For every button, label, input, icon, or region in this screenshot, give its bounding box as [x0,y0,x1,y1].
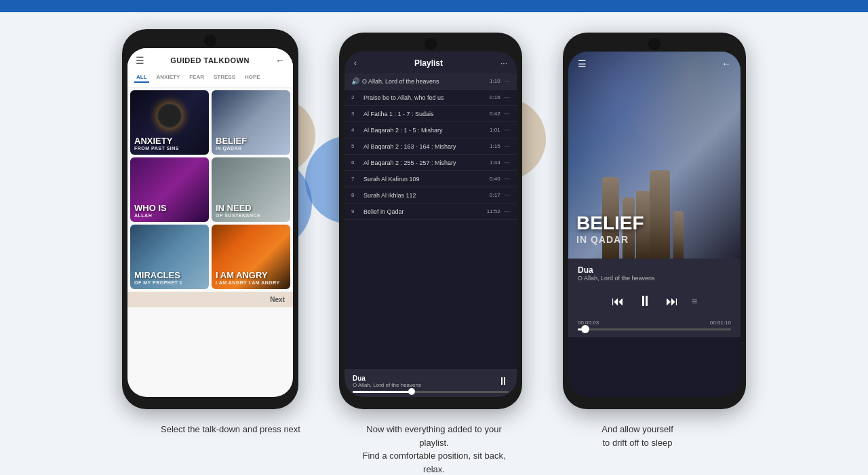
phone-notch [204,35,216,47]
track-2-duration: 0:16 [490,94,500,100]
progress-fill-mid [353,391,412,393]
card-anxiety-title: ANXIETY [134,136,205,145]
card-belief-label: BELIEF IN QADAR [216,136,286,151]
track-7-title: Surah Al Kafirun 109 [363,176,490,183]
track-5-more[interactable]: ··· [505,142,510,150]
phones-row: ☰ GUIDED TALKDOWN ← ALL ANXIETY FEAR STR… [122,29,746,409]
pause-button-right[interactable]: ⏸ [637,292,652,310]
back-icon[interactable]: ← [275,55,285,66]
track-5[interactable]: 5 Al Baqarah 2 : 163 - 164 : Mishary 1:1… [344,138,517,155]
menu-icon[interactable]: ☰ [136,55,144,66]
card-inneed-title: IN NEED [216,204,286,212]
track-4-more[interactable]: ··· [505,126,510,134]
phone-notch-mid [425,38,437,50]
next-button-label: Next [270,296,285,303]
track-1-duration: 1:10 [490,78,500,84]
track-info-right: Dua O Allah, Lord of the heavens [568,259,741,286]
track-9[interactable]: 9 Belief in Qadar 11:52 ··· [344,204,517,220]
phone-right: ☰ ← BELIEF IN QADAR Dua O Allah [563,33,746,409]
card-who-title: WHO IS [134,204,205,212]
captions-row: Select the talk-down and press next Now … [0,423,868,475]
card-belief[interactable]: BELIEF IN QADAR [212,90,290,155]
time-end: 00:01:10 [710,320,731,326]
card-miracles[interactable]: MIRACLES OF MY PROPHET 1 [130,225,209,289]
card-anxiety-label: ANXIETY FROM PAST SINS [134,136,205,151]
now-playing-bar: Dua O Allah, Lord of the heavens ⏸ [344,369,517,397]
card-inneed-sub: OF SUSTENANCE [216,213,286,218]
player-controls: ⏮ ⏸ ⏭ ≡ [568,286,741,317]
card-who[interactable]: WHO IS ALLAH [130,157,209,222]
more-icon[interactable]: ··· [500,58,507,68]
pause-button-mid[interactable]: ⏸ [498,375,509,387]
track-8-title: Surah Al Ikhlas 112 [363,192,490,199]
album-title-sub: IN QADAR [576,234,732,245]
track-6[interactable]: 6 Al Baqarah 2 : 255 - 257 : Mishary 1:4… [344,155,517,171]
track-2-num: 2 [351,94,363,100]
track-8-more[interactable]: ··· [505,191,510,199]
filter-anxiety[interactable]: ANXIETY [155,73,182,83]
track-7-more[interactable]: ··· [505,175,510,183]
track-2[interactable]: 2 Praise be to Allah, who fed us 0:16 ··… [344,90,517,106]
track-2-title: Praise be to Allah, who fed us [363,94,490,101]
track-4-duration: 1:01 [490,127,500,133]
track-9-duration: 11:52 [487,208,500,214]
track-6-more[interactable]: ··· [505,159,510,166]
progress-thumb-mid [408,388,415,395]
filter-hope[interactable]: HOPE [243,73,262,83]
app-title: GUIDED TALKDOWN [170,56,250,64]
progress-section-right: 00:00:03 00:01:10 [568,317,741,337]
track-4[interactable]: 4 Al Baqarah 2 : 1 - 5 : Mishary 1:01 ··… [344,122,517,138]
menu-icon-right[interactable]: ☰ [578,58,587,69]
list-button[interactable]: ≡ [692,296,697,307]
track-5-num: 5 [351,143,363,149]
filter-fear[interactable]: FEAR [187,73,206,83]
album-art: BELIEF IN QADAR [568,52,741,259]
card-inneed-label: IN NEED OF SUSTENANCE [216,204,286,218]
card-angry-label: I AM ANGRY I AM ANGRY I AM ANGRY [216,271,286,285]
track-1[interactable]: 🔊 O Allah, Lord of the heavens 1:10 ··· [344,73,517,90]
speaker-icon: 🔊 [351,77,359,85]
card-angry-title: I AM ANGRY [216,271,286,280]
playlist-header: ‹ Playlist ··· [344,52,517,73]
back-icon-mid[interactable]: ‹ [354,58,357,68]
caption-right-text: And allow yourselfto drift off to sleep [601,424,673,448]
now-playing-sub: O Allah, Lord of the heavens [353,382,421,388]
next-button[interactable]: ⏭ [666,294,678,309]
caption-mid: Now with everything added to your playli… [353,423,515,475]
track-8[interactable]: 8 Surah Al Ikhlas 112 0:17 ··· [344,187,517,204]
track-7-duration: 0:40 [490,176,500,182]
track-3-more[interactable]: ··· [505,110,510,117]
progress-bar-mid[interactable] [353,391,509,393]
track-1-more[interactable]: ··· [505,77,510,85]
track-3[interactable]: 3 Al Fatiha 1 : 1 - 7 : Sudais 0:42 ··· [344,106,517,122]
screen-mid: ‹ Playlist ··· 🔊 O Allah, Lord of the he… [344,52,517,397]
main-content: ☰ GUIDED TALKDOWN ← ALL ANXIETY FEAR STR… [0,12,868,475]
filter-all[interactable]: ALL [134,73,149,83]
track-8-duration: 0:17 [490,192,500,198]
card-angry-sub: I AM ANGRY I AM ANGRY [216,280,286,285]
track-9-num: 9 [351,208,363,214]
now-playing-title: Dua [353,375,421,382]
card-angry[interactable]: I AM ANGRY I AM ANGRY I AM ANGRY [212,225,290,289]
card-anxiety[interactable]: ANXIETY FROM PAST SINS [130,90,209,155]
playlist-list: 🔊 O Allah, Lord of the heavens 1:10 ··· … [344,73,517,397]
filter-stress[interactable]: STRESS [212,73,237,83]
track-1-title: O Allah, Lord of the heavens [362,78,490,85]
phone-mid: ‹ Playlist ··· 🔊 O Allah, Lord of the he… [339,33,522,409]
phone-left: ☰ GUIDED TALKDOWN ← ALL ANXIETY FEAR STR… [122,29,298,409]
track-9-more[interactable]: ··· [505,208,510,215]
track-sub-right: O Allah, Lord of the heavens [578,275,731,282]
card-inneed[interactable]: IN NEED OF SUSTENANCE [212,157,290,222]
screen-right: ☰ ← BELIEF IN QADAR Dua O Allah [568,52,741,397]
card-who-label: WHO IS ALLAH [134,204,205,218]
track-2-more[interactable]: ··· [505,94,510,101]
caption-left: Select the talk-down and press next [149,423,312,475]
track-3-duration: 0:42 [490,111,500,117]
next-button-bar[interactable]: Next [127,292,293,307]
back-icon-right[interactable]: ← [722,58,731,69]
track-8-num: 8 [351,192,363,198]
prev-button[interactable]: ⏮ [612,294,624,309]
track-7[interactable]: 7 Surah Al Kafirun 109 0:40 ··· [344,171,517,187]
progress-bar-right[interactable] [578,328,731,330]
screen-left: ☰ GUIDED TALKDOWN ← ALL ANXIETY FEAR STR… [127,48,293,397]
